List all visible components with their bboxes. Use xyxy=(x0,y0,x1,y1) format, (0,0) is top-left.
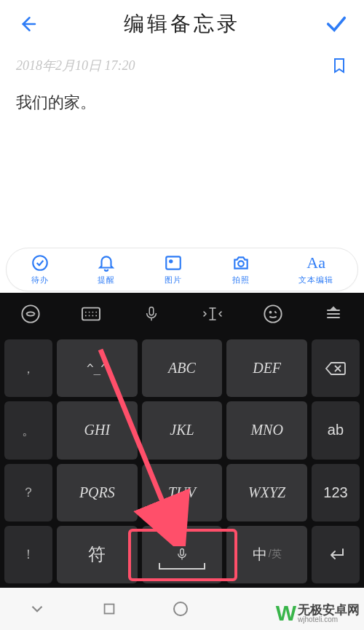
check-circle-icon xyxy=(31,253,50,272)
nav-hide-keyboard[interactable] xyxy=(28,599,47,618)
tool-label: 文本编辑 xyxy=(298,275,333,286)
voice-input-button[interactable] xyxy=(136,299,167,329)
tool-reminder[interactable]: 提醒 xyxy=(97,253,116,286)
key-comma[interactable]: ， xyxy=(4,339,52,397)
svg-point-2 xyxy=(170,260,172,262)
key-period[interactable]: 。 xyxy=(4,401,52,459)
svg-point-3 xyxy=(238,261,244,267)
bell-icon xyxy=(97,253,116,272)
note-editor[interactable]: 2018年2月10日 17:20 我们的家。 xyxy=(0,48,364,245)
keyboard-menu-button[interactable] xyxy=(318,299,349,329)
tool-text-edit[interactable]: Aa 文本编辑 xyxy=(298,253,333,286)
key-question[interactable]: ？ xyxy=(4,464,52,521)
tool-todo[interactable]: 待办 xyxy=(31,253,50,286)
header: 编辑备忘录 xyxy=(0,0,364,48)
mic-icon xyxy=(143,304,159,324)
key-ab-mode[interactable]: ab xyxy=(312,401,360,459)
svg-point-4 xyxy=(22,305,39,322)
smiley-icon xyxy=(263,304,283,324)
svg-point-8 xyxy=(270,312,272,313)
tool-label: 拍照 xyxy=(232,275,250,286)
keyboard-switch-button[interactable] xyxy=(76,299,106,329)
svg-rect-11 xyxy=(104,605,114,614)
space-bar-icon xyxy=(157,562,207,572)
key-ghi[interactable]: GHI xyxy=(57,401,138,459)
square-icon xyxy=(101,601,117,617)
backspace-icon xyxy=(325,361,347,377)
keyboard-grid: ， ^_^ ABC DEF 。 GHI JKL MNO ab ？ PQRS TU… xyxy=(0,335,364,588)
keyboard-icon xyxy=(80,305,102,323)
watermark-en: wjhoteli.com xyxy=(298,616,360,623)
memo-toolbar: 待办 提醒 图片 拍照 Aa 文本编辑 xyxy=(6,248,358,291)
mic-small-icon xyxy=(175,546,189,562)
ime-keyboard: ， ^_^ ABC DEF 。 GHI JKL MNO ab ？ PQRS TU… xyxy=(0,293,364,588)
page-title: 编辑备忘录 xyxy=(124,10,240,38)
svg-rect-5 xyxy=(82,308,100,320)
keyboard-toolbar xyxy=(0,293,364,335)
cursor-move-button[interactable] xyxy=(197,299,228,329)
tool-label: 待办 xyxy=(31,275,49,286)
key-language-toggle[interactable]: 中/英 xyxy=(226,526,307,583)
text-aa-icon: Aa xyxy=(306,253,325,272)
key-exclaim[interactable]: ！ xyxy=(4,526,52,583)
key-abc[interactable]: ABC xyxy=(142,339,223,397)
svg-point-0 xyxy=(33,256,47,270)
watermark-cn: 无极安卓网 xyxy=(298,604,360,616)
key-123-mode[interactable]: 123 xyxy=(312,464,360,521)
nav-home[interactable] xyxy=(172,600,189,618)
image-icon xyxy=(164,253,183,272)
nav-recent[interactable] xyxy=(101,601,117,617)
bookmark-icon xyxy=(331,55,348,76)
svg-rect-9 xyxy=(181,549,184,556)
cursor-icon xyxy=(202,304,223,323)
ime-logo-icon xyxy=(20,304,41,324)
watermark: W 无极安卓网 wjhoteli.com xyxy=(276,601,360,626)
camera-icon xyxy=(231,253,251,272)
key-emoticon[interactable]: ^_^ xyxy=(57,339,138,397)
svg-point-12 xyxy=(174,602,187,615)
note-timestamp: 2018年2月10日 17:20 xyxy=(16,57,348,74)
lang-primary: 中 xyxy=(253,545,267,564)
key-def[interactable]: DEF xyxy=(226,339,307,397)
key-wxyz[interactable]: WXYZ xyxy=(226,464,307,521)
enter-icon xyxy=(325,546,346,562)
circle-icon xyxy=(172,600,189,618)
tool-label: 提醒 xyxy=(98,275,115,286)
ime-logo-button[interactable] xyxy=(15,299,46,329)
menu-bars-icon xyxy=(323,305,344,323)
key-mno[interactable]: MNO xyxy=(226,401,307,459)
arrow-left-icon xyxy=(17,13,39,35)
key-tuv[interactable]: TUV xyxy=(142,464,223,521)
key-backspace[interactable] xyxy=(312,339,360,397)
chevron-down-icon xyxy=(28,599,47,618)
key-enter[interactable] xyxy=(312,526,360,583)
svg-rect-6 xyxy=(150,307,154,315)
back-button[interactable] xyxy=(13,9,42,39)
watermark-logo: W xyxy=(276,601,293,626)
bookmark-button[interactable] xyxy=(331,55,348,76)
tool-image[interactable]: 图片 xyxy=(164,253,183,286)
lang-secondary: /英 xyxy=(269,548,282,561)
tool-camera[interactable]: 拍照 xyxy=(231,253,251,286)
emoji-button[interactable] xyxy=(258,299,288,329)
key-symbols[interactable]: 符 xyxy=(57,526,138,583)
key-pqrs[interactable]: PQRS xyxy=(57,464,138,521)
check-icon xyxy=(324,12,349,36)
note-body[interactable]: 我们的家。 xyxy=(16,92,348,114)
svg-rect-1 xyxy=(166,256,181,269)
tool-label: 图片 xyxy=(165,275,182,286)
key-space-voice[interactable] xyxy=(142,526,223,583)
svg-point-7 xyxy=(264,305,281,322)
key-jkl[interactable]: JKL xyxy=(142,401,223,459)
confirm-button[interactable] xyxy=(322,9,351,39)
